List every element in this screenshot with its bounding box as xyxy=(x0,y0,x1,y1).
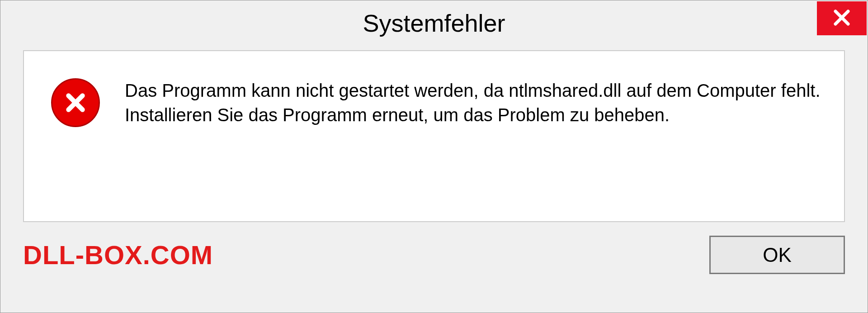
watermark-text: DLL-BOX.COM xyxy=(23,240,213,270)
ok-button[interactable]: OK xyxy=(709,236,845,274)
close-icon xyxy=(831,7,853,30)
content-area: Das Programm kann nicht gestartet werden… xyxy=(23,50,845,222)
titlebar: Systemfehler xyxy=(0,0,868,46)
ok-button-label: OK xyxy=(763,244,792,266)
dialog-footer: DLL-BOX.COM OK xyxy=(0,222,868,292)
close-button[interactable] xyxy=(817,1,867,35)
error-icon-wrap xyxy=(51,78,100,127)
error-message: Das Programm kann nicht gestartet werden… xyxy=(125,78,821,127)
error-dialog: Systemfehler Das Programm kann nicht ges… xyxy=(0,0,868,313)
error-icon xyxy=(51,78,100,127)
dialog-title: Systemfehler xyxy=(363,9,505,37)
